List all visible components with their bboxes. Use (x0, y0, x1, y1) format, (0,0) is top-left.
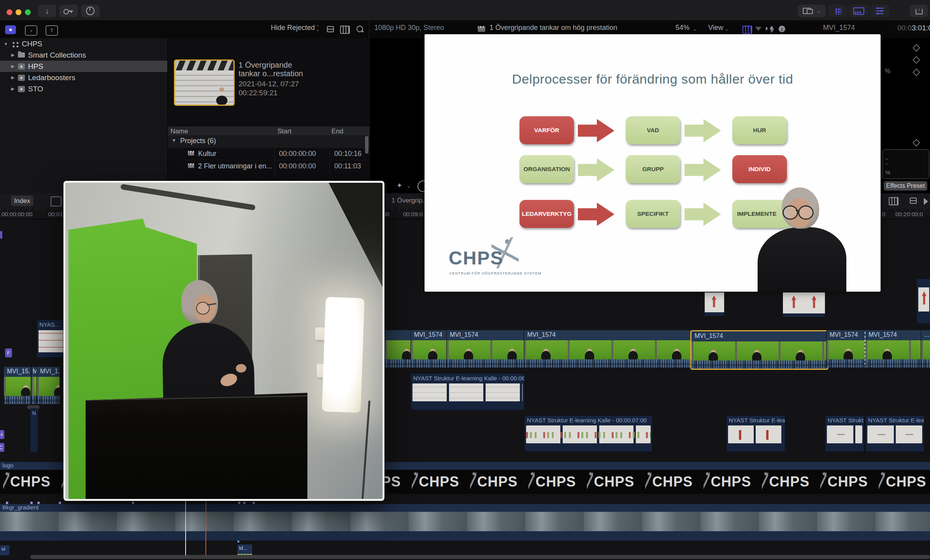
timeline-clip-title[interactable]: NYAST Strukt... (825, 415, 864, 452)
column-end[interactable]: End (332, 128, 343, 135)
audio-speaker-icon[interactable] (766, 26, 774, 32)
timeline-clip-video-selected[interactable]: MVI_1574 (690, 330, 828, 370)
disclosure-open-icon[interactable]: ▼ (172, 138, 176, 143)
import-media-button[interactable]: ↓ (38, 5, 56, 17)
timeline-clip-video[interactable]: MVI_1574 (865, 330, 921, 368)
timeline-clip-title[interactable]: NYAST Struktur E-lear... (726, 415, 785, 452)
list-group-row-projects[interactable]: ▼ Projects (6) (168, 135, 370, 148)
keyframe-dot[interactable] (30, 502, 33, 504)
column-name[interactable]: Name (170, 128, 188, 135)
timeline-clip-video[interactable]: MVI_1574 (826, 330, 865, 368)
trim-bowtie-icon[interactable] (924, 198, 930, 205)
layers-icon[interactable] (910, 198, 917, 204)
timeline-strip-view-button[interactable] (849, 5, 869, 17)
enhance-magic-wand-icon[interactable]: ✦ (397, 181, 402, 190)
tab-media-clips[interactable]: ★ (5, 25, 16, 34)
value-stepper-icon[interactable]: ⌃⌄ (885, 159, 888, 164)
tab-titles-generators[interactable]: T (46, 25, 58, 36)
keyframe-dot[interactable] (237, 541, 239, 542)
list-scrollbar[interactable] (365, 136, 368, 154)
playhead[interactable] (185, 501, 186, 555)
keyframe-dot[interactable] (253, 502, 255, 504)
timeline-clip-fragment[interactable] (705, 292, 724, 316)
keyframe-dot[interactable] (37, 502, 40, 504)
inspector-toggle-button[interactable] (870, 5, 890, 17)
browser-grid-view-button[interactable] (828, 5, 847, 17)
keyframe-diamond-icon[interactable] (912, 44, 920, 52)
film-frame-icon[interactable] (742, 26, 752, 34)
background-tasks-button[interactable] (81, 5, 100, 17)
event-clip-thumbnail[interactable] (174, 60, 235, 106)
timeline-clip-title[interactable]: NYAST Struktur E-learning Kalle - 00:00:… (411, 373, 525, 410)
disclosure-open-icon[interactable]: ▼ (3, 42, 9, 46)
disclosure-closed-icon[interactable]: ▶ (10, 52, 16, 58)
sidebar-item-library-chps[interactable]: ▼ CHPS (0, 38, 167, 49)
keyframe-diamond-icon[interactable] (912, 68, 920, 76)
minimize-window-button[interactable] (16, 9, 21, 15)
tab-photos-audio[interactable]: ♪ (25, 25, 37, 36)
timeline-clip-video[interactable]: MVI_15... (4, 367, 31, 404)
timeline-clip-sliver[interactable] (0, 231, 2, 239)
timeline-clip-small[interactable]: vi (0, 545, 9, 555)
gradient-track-body[interactable] (0, 512, 930, 531)
timeline-clip-video[interactable]: MVI_1574 (524, 330, 691, 368)
timeline-clip-video[interactable]: MVI_1... (37, 367, 60, 404)
info-icon[interactable]: i (779, 26, 785, 32)
skimmer-triangle-icon[interactable] (755, 27, 762, 31)
column-start[interactable]: Start (277, 128, 291, 135)
role-chip[interactable]: F (5, 348, 12, 357)
timeline-clip-video[interactable]: MVI_1574 (411, 330, 447, 368)
keyframe-dot[interactable] (132, 502, 134, 504)
timeline-horizontal-scrollbar[interactable] (30, 555, 930, 559)
keyframe-dot[interactable] (6, 502, 8, 504)
sidebar-item-sto[interactable]: ▶ ★ STO (0, 83, 167, 94)
disclosure-closed-icon[interactable]: ▶ (10, 86, 16, 91)
timeline-clip-title-nyas[interactable]: NYAS... (37, 320, 66, 358)
sidebar-item-hps[interactable]: ▶ ★ HPS (0, 61, 167, 72)
keywords-button[interactable] (59, 5, 78, 17)
list-row-fler-utmaningar[interactable]: 2 Fler utmaningar i en... 00:00:00:00 00… (168, 160, 370, 172)
timeline-clip-video[interactable]: MVI_1574 (446, 330, 524, 368)
timeline-clip-fragment[interactable] (916, 278, 930, 324)
share-button[interactable]: ↑ (910, 5, 928, 17)
sidebar-item-ledarboosters[interactable]: ▶ ★ Ledarboosters (0, 72, 167, 83)
project-tab[interactable]: 1 Övergrip... (391, 197, 424, 205)
zoom-window-button[interactable] (25, 9, 31, 15)
timeline-clip-title[interactable]: NYAST Struktur E-learning Kalle - 00:00:… (524, 415, 653, 452)
filmstrip-view-icon[interactable] (340, 26, 350, 34)
timeline-clip-vertical[interactable]: N (30, 408, 38, 453)
timeline-clip-video[interactable]: M (31, 367, 37, 404)
timeline-clip-title[interactable]: NYAST Struktur E-lea... (865, 415, 924, 452)
captions-icon[interactable] (51, 196, 61, 206)
timeline-clip-video[interactable] (384, 330, 411, 368)
skimmer[interactable] (205, 501, 206, 555)
keyframe-dot[interactable] (59, 502, 61, 504)
close-window-button[interactable] (7, 9, 12, 15)
timeline-clip-fragment[interactable] (783, 292, 825, 317)
disclosure-closed-icon[interactable]: ▶ (10, 75, 16, 80)
floating-video-window[interactable] (63, 181, 384, 501)
gradient-track-header[interactable]: Bkgr_gradient (0, 504, 930, 512)
role-chip[interactable]: C (0, 443, 4, 452)
clip-label: MVI_1574 (414, 331, 442, 338)
timeline-clip-video[interactable]: ... (921, 330, 930, 368)
keyframe-diamond-icon[interactable] (912, 56, 920, 64)
disclosure-closed-icon[interactable]: ▶ (10, 64, 16, 69)
sidebar-item-smart-collections[interactable]: ▶ Smart Collections (0, 49, 167, 61)
film-frame-icon[interactable] (889, 197, 898, 205)
output-display-button[interactable]: ⌄ (798, 5, 826, 17)
search-icon[interactable] (356, 26, 363, 32)
view-dropdown[interactable]: View (708, 24, 723, 32)
keyframe-diamond-icon[interactable] (912, 139, 920, 147)
clip-audio-waveform (447, 359, 524, 368)
keyframe-dot[interactable] (238, 502, 240, 504)
clip-appearance-icon[interactable] (327, 26, 334, 32)
index-button[interactable]: Index (11, 196, 33, 206)
list-row-kultur[interactable]: Kultur 00:00:00:00 00:10:16 (168, 148, 370, 160)
timeline-clip-small[interactable]: M... (237, 544, 252, 555)
keyframe-dot[interactable] (243, 502, 246, 504)
viewer-zoom-dropdown[interactable]: 54% (676, 24, 690, 32)
role-chip[interactable]: H (0, 430, 4, 439)
filter-dropdown[interactable]: Hide Rejected (271, 24, 315, 32)
effects-preset-button[interactable]: Effects Preset (884, 181, 927, 191)
